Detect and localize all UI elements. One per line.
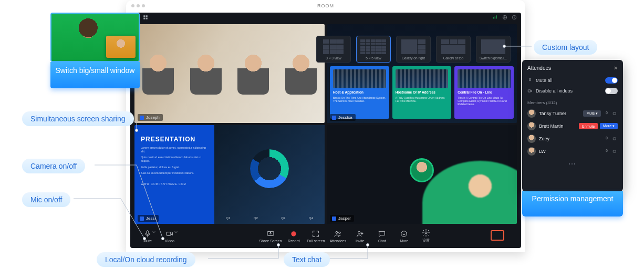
svg-point-13 xyxy=(425,232,427,234)
layout-option-switch[interactable]: Switch big/small... xyxy=(476,36,511,63)
fullscreen-button[interactable]: Full screen xyxy=(306,230,326,243)
member-more-button[interactable]: More ▾ xyxy=(600,123,618,129)
member-name: Tansy Turner xyxy=(539,111,580,116)
smile-icon xyxy=(400,230,408,238)
device-frame: ROOM 3 × 3 view xyxy=(126,0,525,252)
more-button[interactable]: More xyxy=(394,230,414,243)
camera-icon xyxy=(165,230,174,238)
attendees-button[interactable]: Attendees xyxy=(328,230,348,243)
video-tile[interactable]: Jasper xyxy=(327,125,517,224)
member-row: Brett Martin Unmute More ▾ xyxy=(527,120,618,132)
mic-icon[interactable] xyxy=(604,111,609,116)
svg-rect-2 xyxy=(143,18,145,19)
end-call-button[interactable] xyxy=(491,230,504,241)
globe-icon[interactable] xyxy=(502,15,507,20)
callout-permission-management: Permission management xyxy=(522,191,623,217)
settings-button[interactable]: 设置 xyxy=(416,229,436,243)
chevron-down-icon[interactable] xyxy=(152,231,155,234)
member-name: Brett Martin xyxy=(539,123,576,129)
member-row: Tansy Turner Mute ▾ xyxy=(527,107,618,120)
member-name: LW xyxy=(539,149,601,154)
invite-button[interactable]: Invite xyxy=(350,230,370,243)
button-label: Share Screen xyxy=(259,239,282,243)
avatar xyxy=(527,147,536,156)
video-button[interactable]: Video xyxy=(160,230,180,243)
slide-text: Fulla pariatur, dolore eu fugiat. xyxy=(141,166,208,169)
people-icon xyxy=(334,230,342,238)
mute-button[interactable]: Mute xyxy=(138,230,158,243)
app-topbar xyxy=(130,13,521,22)
chat-icon xyxy=(378,230,386,238)
close-icon[interactable]: ✕ xyxy=(614,65,618,71)
meeting-app: 3 × 3 view 5 × 5 view Gallery on right G… xyxy=(130,13,521,248)
member-mute-button[interactable]: Mute ▾ xyxy=(583,110,601,117)
window-traffic-lights xyxy=(131,4,145,7)
svg-rect-17 xyxy=(613,150,616,152)
callout-screen-sharing: Simultaneous screen sharing xyxy=(22,111,134,126)
button-label: Mute xyxy=(143,239,152,243)
card-desc: Based On The Time And Attendance System.… xyxy=(333,96,386,102)
mute-all-toggle[interactable] xyxy=(605,77,618,84)
member-name: Zoey xyxy=(539,136,601,141)
video-tile[interactable]: PRESENTATION Lorem ipsum dolor sit amet,… xyxy=(134,125,325,224)
donut-chart xyxy=(250,149,289,188)
svg-rect-6 xyxy=(167,232,171,235)
svg-rect-3 xyxy=(146,18,148,19)
window-title: ROOM xyxy=(126,0,525,12)
svg-point-9 xyxy=(336,231,338,233)
svg-rect-15 xyxy=(613,112,616,115)
layout-option-label: Gallery on right xyxy=(399,56,428,60)
members-section-label: Members (4/12) xyxy=(527,100,618,105)
callout-recording: Local/On cloud recording xyxy=(97,252,195,267)
disable-videos-toggle[interactable] xyxy=(605,88,618,94)
slide-text: Quis nostrud exercitation ullamco labori… xyxy=(141,156,208,163)
card-title: Host & Application xyxy=(333,90,386,94)
card-desc: This Is A Central File On-Line Made To C… xyxy=(458,96,511,106)
callout-mic: Mic on/off xyxy=(22,192,70,207)
button-label: Invite xyxy=(356,239,365,243)
signal-icon xyxy=(493,15,498,20)
mic-icon[interactable] xyxy=(604,136,609,141)
chevron-down-icon[interactable] xyxy=(174,231,178,234)
member-row: LW xyxy=(527,145,618,158)
gear-icon xyxy=(422,229,430,237)
button-label: More xyxy=(400,239,408,243)
camera-icon[interactable] xyxy=(612,149,618,154)
more-members-icon[interactable]: ⋯ xyxy=(527,160,618,168)
camera-icon[interactable] xyxy=(612,136,618,141)
layout-option-5x5[interactable]: 5 × 5 view xyxy=(356,36,391,63)
layout-picker: 3 × 3 view 5 × 5 view Gallery on right G… xyxy=(316,36,511,63)
member-unmute-button[interactable]: Unmute xyxy=(579,123,598,129)
button-label: Record xyxy=(288,239,300,243)
slide-heading: PRESENTATION xyxy=(141,136,208,143)
toggle-label: Disable all videos xyxy=(536,88,573,94)
layout-option-gallery-top[interactable]: Gallery at top xyxy=(436,36,471,63)
card-title: Central File On - Line xyxy=(458,90,511,94)
share-screen-icon xyxy=(266,230,275,238)
mic-icon[interactable] xyxy=(604,149,609,154)
info-icon[interactable] xyxy=(512,15,517,20)
callout-custom-layout: Custom layout xyxy=(534,40,597,55)
svg-point-10 xyxy=(339,232,340,233)
layout-option-3x3[interactable]: 3 × 3 view xyxy=(316,36,351,63)
avatar xyxy=(410,158,434,182)
switch-window-thumbnail xyxy=(50,13,140,62)
chat-button[interactable]: Chat xyxy=(372,230,392,243)
video-tile[interactable]: Joseph xyxy=(134,24,325,123)
layout-option-label: 5 × 5 view xyxy=(359,56,388,60)
record-button[interactable]: Record xyxy=(284,230,304,243)
avatar xyxy=(527,135,536,143)
layout-option-gallery-right[interactable]: Gallery on right xyxy=(396,36,431,63)
grid-icon[interactable] xyxy=(143,15,148,20)
meeting-toolbar: Mute Video Share Screen Record Full scre… xyxy=(130,224,521,248)
add-user-icon xyxy=(356,230,364,238)
layout-option-label: 3 × 3 view xyxy=(319,56,348,60)
svg-rect-1 xyxy=(146,15,148,17)
share-screen-button[interactable]: Share Screen xyxy=(259,230,282,243)
layout-option-label: Gallery at top xyxy=(439,56,468,60)
participant-name: Joseph xyxy=(138,114,163,121)
fullscreen-icon xyxy=(311,230,320,238)
layout-option-label: Switch big/small... xyxy=(479,56,508,60)
camera-icon[interactable] xyxy=(612,111,618,116)
button-label: Chat xyxy=(378,239,386,243)
